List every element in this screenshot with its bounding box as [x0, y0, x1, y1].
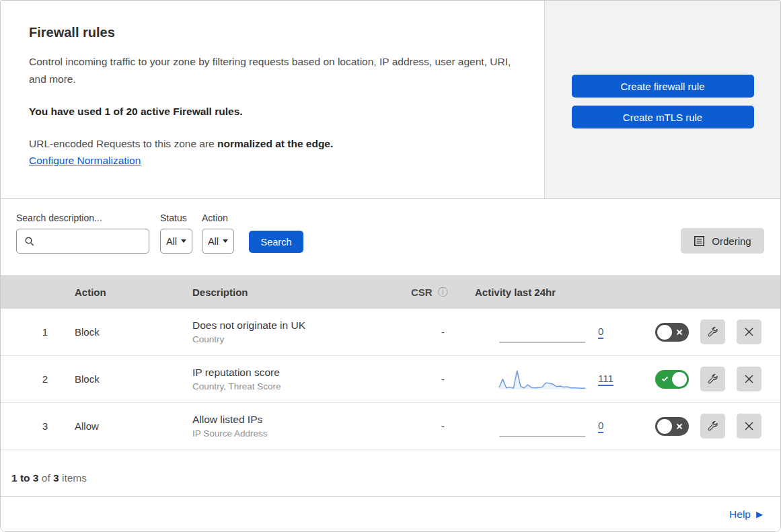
column-activity: Activity last 24hr: [475, 287, 646, 298]
action-select[interactable]: All: [202, 229, 234, 254]
delete-rule-button[interactable]: [737, 367, 761, 391]
status-select-value: All: [166, 236, 177, 247]
page-description: Control incoming traffic to your zone by…: [29, 53, 517, 88]
pagination-of: of: [42, 472, 50, 484]
rule-description-cell: Does not originate in UK Country: [192, 319, 411, 344]
rule-action: Allow: [75, 420, 192, 432]
actions-panel: Create firewall rule Create mTLS rule: [544, 1, 780, 198]
x-icon: [676, 329, 683, 336]
table-row: 1 Block Does not originate in UK Country…: [1, 309, 780, 356]
rule-controls: [646, 319, 780, 344]
column-csr: CSR ⓘ: [411, 286, 475, 299]
ordering-button-label: Ordering: [712, 235, 751, 247]
rule-description: IP reputation score: [192, 367, 411, 379]
wrench-icon: [707, 326, 718, 338]
rule-controls: [646, 414, 780, 439]
activity-sparkline: [498, 319, 586, 345]
status-toggle[interactable]: [655, 417, 689, 436]
search-group: Search description...: [16, 213, 149, 254]
search-icon: [24, 236, 35, 247]
usage-summary: You have used 1 of 20 active Firewall ru…: [29, 106, 517, 118]
configure-normalization-link[interactable]: Configure Normalization: [29, 155, 141, 166]
action-select-value: All: [208, 236, 219, 247]
ordering-button[interactable]: Ordering: [681, 228, 764, 254]
create-mtls-rule-button[interactable]: Create mTLS rule: [572, 106, 754, 128]
help-arrow-icon: ▶: [756, 510, 763, 519]
pagination-items: items: [62, 472, 87, 484]
rule-criteria: Country, Threat Score: [192, 381, 411, 391]
toggle-knob: [657, 325, 672, 340]
activity-count-link[interactable]: 111: [598, 373, 613, 386]
firewall-rules-card: Firewall rules Control incoming traffic …: [0, 0, 781, 532]
pagination-total: 3: [53, 472, 59, 484]
chevron-down-icon: [223, 239, 228, 243]
rule-activity-cell: 111: [475, 367, 646, 392]
edit-rule-button[interactable]: [700, 414, 725, 439]
action-label: Action: [202, 213, 234, 223]
status-select[interactable]: All: [160, 229, 192, 254]
help-label: Help: [729, 508, 751, 521]
header-section: Firewall rules Control incoming traffic …: [1, 1, 780, 199]
rule-priority: 2: [1, 373, 75, 385]
toggle-knob: [672, 372, 687, 387]
status-filter-group: Status All: [160, 213, 192, 254]
wrench-icon: [707, 420, 718, 432]
table-row: 2 Block IP reputation score Country, Thr…: [1, 356, 780, 403]
rule-csr: -: [411, 420, 475, 432]
activity-sparkline: [498, 414, 586, 439]
filter-bar: Search description... Status All Action …: [1, 199, 780, 275]
search-box[interactable]: [16, 229, 149, 254]
activity-sparkline: [498, 367, 586, 392]
pagination-summary: 1 to 3 of 3 items: [1, 450, 780, 497]
create-firewall-rule-button[interactable]: Create firewall rule: [572, 75, 754, 98]
ordering-list-icon: [694, 235, 705, 247]
rule-priority: 3: [1, 420, 75, 432]
rule-activity-cell: 0: [475, 319, 646, 345]
rule-csr: -: [411, 373, 475, 385]
normalization-bold: normalized at the edge.: [217, 138, 333, 149]
rule-description: Allow listed IPs: [192, 414, 411, 426]
rule-description-cell: IP reputation score Country, Threat Scor…: [192, 367, 411, 391]
rule-csr: -: [411, 326, 475, 338]
rule-action: Block: [75, 373, 192, 385]
close-icon: [744, 421, 754, 431]
edit-rule-button[interactable]: [700, 319, 725, 344]
search-button[interactable]: Search: [249, 231, 303, 253]
info-icon[interactable]: ⓘ: [438, 286, 448, 299]
rule-action: Block: [75, 326, 192, 338]
status-toggle[interactable]: [655, 323, 689, 342]
toggle-knob: [657, 419, 672, 434]
column-action: Action: [75, 287, 192, 298]
activity-count-link[interactable]: 0: [598, 326, 603, 339]
activity-count-link[interactable]: 0: [598, 420, 603, 433]
chevron-down-icon: [181, 239, 186, 243]
help-link[interactable]: Help ▶: [729, 508, 763, 521]
rule-controls: [646, 367, 780, 391]
status-label: Status: [160, 213, 192, 223]
rule-activity-cell: 0: [475, 414, 646, 439]
search-label: Search description...: [16, 213, 149, 223]
action-filter-group: Action All: [202, 213, 234, 254]
search-input[interactable]: [40, 235, 149, 248]
normalization-text: URL-encoded Requests to this zone are: [29, 138, 217, 149]
close-icon: [744, 327, 754, 337]
delete-rule-button[interactable]: [737, 319, 761, 344]
rule-criteria: Country: [192, 334, 411, 344]
x-icon: [676, 423, 683, 430]
close-icon: [744, 374, 754, 384]
rule-description: Does not originate in UK: [192, 319, 411, 332]
table-row: 3 Allow Allow listed IPs IP Source Addre…: [1, 403, 780, 450]
wrench-icon: [707, 373, 718, 385]
rule-priority: 1: [1, 326, 75, 338]
column-csr-label: CSR: [411, 287, 433, 298]
delete-rule-button[interactable]: [737, 414, 761, 439]
check-icon: [661, 376, 669, 382]
edit-rule-button[interactable]: [700, 367, 725, 391]
status-toggle[interactable]: [655, 370, 689, 389]
table-header: Action Description CSR ⓘ Activity last 2…: [1, 275, 780, 309]
header-text-panel: Firewall rules Control incoming traffic …: [1, 1, 544, 198]
bottom-bar: Help ▶: [1, 497, 780, 531]
rule-description-cell: Allow listed IPs IP Source Address: [192, 414, 411, 439]
rule-criteria: IP Source Address: [192, 428, 411, 439]
column-description: Description: [192, 287, 411, 298]
